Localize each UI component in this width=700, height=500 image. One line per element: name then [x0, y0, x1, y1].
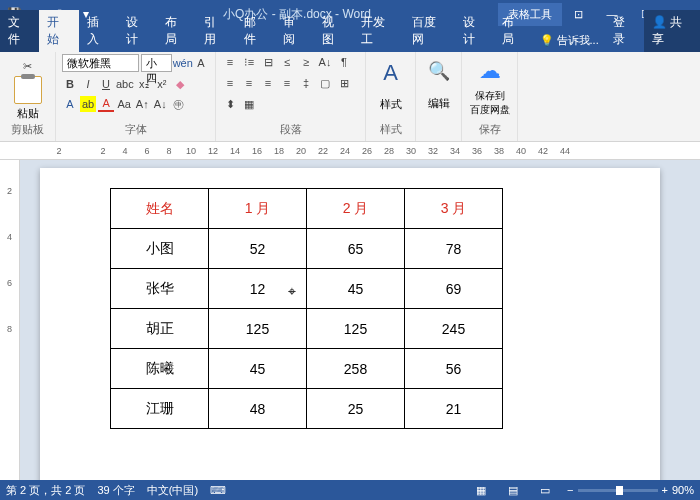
zoom-out-icon[interactable]: − [567, 484, 573, 496]
table-cell[interactable]: 12 [209, 269, 307, 309]
tab-references[interactable]: 引用 [196, 10, 235, 52]
login-button[interactable]: 登录 [605, 10, 644, 52]
table-cell[interactable]: 小图 [111, 229, 209, 269]
share-button[interactable]: 👤 共享 [644, 10, 700, 52]
table-cell[interactable]: 25 [307, 389, 405, 429]
shrink-font-icon[interactable]: A↓ [152, 96, 168, 112]
distribute-icon[interactable]: ⬍ [222, 96, 238, 112]
tab-home[interactable]: 开始 [39, 10, 78, 52]
superscript-button[interactable]: x² [154, 76, 170, 92]
character-border-icon[interactable]: A [193, 55, 209, 71]
horizontal-ruler[interactable]: 2246810121416182022242628303234363840424… [0, 142, 700, 160]
table-cell[interactable]: 245 [405, 309, 503, 349]
baidu-cloud-icon[interactable]: ☁ [479, 58, 501, 84]
zoom-slider[interactable]: − + 90% [567, 484, 694, 496]
web-layout-icon[interactable]: ▭ [535, 484, 555, 497]
bold-button[interactable]: B [62, 76, 78, 92]
table-cell[interactable]: 张华 [111, 269, 209, 309]
font-color-icon[interactable]: A [98, 96, 114, 112]
increase-indent-icon[interactable]: ≥ [298, 54, 314, 70]
tab-table-layout[interactable]: 布局 [494, 10, 533, 52]
table-cell[interactable]: 125 [307, 309, 405, 349]
font-name-select[interactable]: 微软雅黑 [62, 54, 139, 72]
cut-icon[interactable]: ✂ [20, 58, 36, 74]
table-cell[interactable]: 258 [307, 349, 405, 389]
table-cell[interactable]: 65 [307, 229, 405, 269]
text-effects-icon[interactable]: A [62, 96, 78, 112]
table-cell[interactable]: 56 [405, 349, 503, 389]
justify-icon[interactable]: ≡ [279, 75, 295, 91]
table-cell[interactable]: 陈曦 [111, 349, 209, 389]
ribbon-options-icon[interactable]: ⊡ [562, 4, 594, 24]
page-count[interactable]: 第 2 页，共 2 页 [6, 483, 85, 498]
strike-button[interactable]: abc [116, 76, 134, 92]
edit-button[interactable]: 编辑 [428, 96, 450, 111]
subscript-button[interactable]: x₂ [136, 76, 152, 92]
tab-developer[interactable]: 开发工 [353, 10, 404, 52]
clear-format-icon[interactable]: ◆ [172, 76, 188, 92]
table-cell[interactable]: 48 [209, 389, 307, 429]
underline-button[interactable]: U [98, 76, 114, 92]
table-cell[interactable]: 78 [405, 229, 503, 269]
table-cell[interactable]: 胡正 [111, 309, 209, 349]
styles-button[interactable]: 样式 [380, 97, 402, 112]
input-mode-icon[interactable]: ⌨ [210, 484, 226, 497]
enclose-char-icon[interactable]: ㊥ [170, 96, 186, 112]
zoom-in-icon[interactable]: + [662, 484, 668, 496]
tab-design[interactable]: 设计 [118, 10, 157, 52]
phonetic-guide-icon[interactable]: wén [174, 55, 191, 71]
char-shading-icon[interactable]: Aa [116, 96, 132, 112]
highlight-icon[interactable]: ab [80, 96, 96, 112]
paste-label: 粘贴 [17, 106, 39, 121]
table-cell[interactable]: 69 [405, 269, 503, 309]
borders-icon[interactable]: ⊞ [336, 75, 352, 91]
tab-file[interactable]: 文件 [0, 10, 39, 52]
data-table[interactable]: 姓名1 月2 月3 月小图526578张华124569胡正125125245陈曦… [110, 188, 503, 429]
numbering-icon[interactable]: ⁝≡ [241, 54, 257, 70]
table-cell[interactable]: 125 [209, 309, 307, 349]
language[interactable]: 中文(中国) [147, 483, 198, 498]
snap-grid-icon[interactable]: ▦ [241, 96, 257, 112]
multilevel-icon[interactable]: ⊟ [260, 54, 276, 70]
table-cell[interactable]: 52 [209, 229, 307, 269]
tab-review[interactable]: 审阅 [275, 10, 314, 52]
tab-baidu[interactable]: 百度网 [404, 10, 455, 52]
table-cell[interactable]: 45 [209, 349, 307, 389]
align-left-icon[interactable]: ≡ [222, 75, 238, 91]
tab-table-design[interactable]: 设计 [455, 10, 494, 52]
paste-button[interactable]: ✂ 粘贴 [14, 58, 42, 121]
table-cell[interactable]: 21 [405, 389, 503, 429]
grow-font-icon[interactable]: A↑ [134, 96, 150, 112]
italic-button[interactable]: I [80, 76, 96, 92]
find-icon[interactable]: 🔍 [428, 60, 450, 82]
tab-insert[interactable]: 插入 [79, 10, 118, 52]
read-mode-icon[interactable]: ▦ [471, 484, 491, 497]
zoom-level[interactable]: 90% [672, 484, 694, 496]
table-cell[interactable]: 45 [307, 269, 405, 309]
decrease-indent-icon[interactable]: ≤ [279, 54, 295, 70]
bullets-icon[interactable]: ≡ [222, 54, 238, 70]
word-count[interactable]: 39 个字 [97, 483, 134, 498]
table-header-cell[interactable]: 3 月 [405, 189, 503, 229]
font-size-select[interactable]: 小四 [141, 54, 172, 72]
sort-icon[interactable]: A↓ [317, 54, 333, 70]
table-header-cell[interactable]: 1 月 [209, 189, 307, 229]
table-header-cell[interactable]: 2 月 [307, 189, 405, 229]
tab-layout[interactable]: 布局 [157, 10, 196, 52]
table-header-cell[interactable]: 姓名 [111, 189, 209, 229]
align-right-icon[interactable]: ≡ [260, 75, 276, 91]
baidu-save-button[interactable]: 保存到百度网盘 [470, 89, 510, 117]
show-marks-icon[interactable]: ¶ [336, 54, 352, 70]
document-area[interactable]: 2468 姓名1 月2 月3 月小图526578张华124569胡正125125… [0, 160, 700, 480]
vertical-ruler[interactable]: 2468 [0, 160, 20, 480]
print-layout-icon[interactable]: ▤ [503, 484, 523, 497]
shading-icon[interactable]: ▢ [317, 75, 333, 91]
tab-mailings[interactable]: 邮件 [236, 10, 275, 52]
styles-icon[interactable]: A [383, 60, 398, 86]
tell-me[interactable]: 💡 告诉我... [534, 29, 605, 52]
tab-view[interactable]: 视图 [314, 10, 353, 52]
table-cell[interactable]: 江珊 [111, 389, 209, 429]
line-spacing-icon[interactable]: ‡ [298, 75, 314, 91]
ribbon-tabs: 文件 开始 插入 设计 布局 引用 邮件 审阅 视图 开发工 百度网 设计 布局… [0, 28, 700, 52]
align-center-icon[interactable]: ≡ [241, 75, 257, 91]
